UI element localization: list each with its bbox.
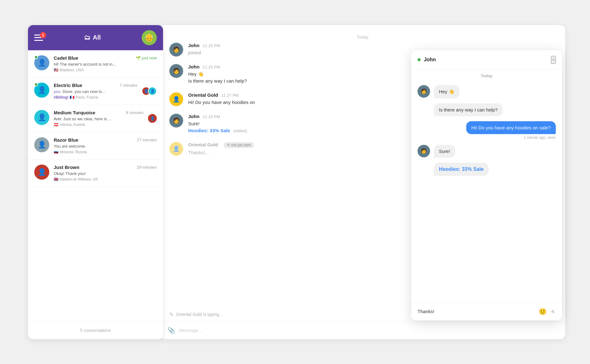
- msg-time: 11:25 PM: [203, 65, 220, 69]
- conv-meta: 🇬🇧 Newton-le-Willows, UK: [54, 177, 157, 182]
- msg-avatar-john: 🧑: [169, 43, 183, 57]
- popup-meta: 1 minute ago, seen: [524, 135, 556, 140]
- popup-header: John ×: [411, 50, 562, 70]
- edited-label: (edited): [233, 128, 247, 133]
- conv-body-cadet-blue: Cadet Blue 🌱 just now Hi! The owner's ac…: [54, 55, 157, 72]
- popup-chat-input[interactable]: [418, 309, 535, 314]
- conv-preview: Okay! Thank you!: [54, 171, 157, 176]
- conv-name: Razor Blue: [54, 137, 78, 143]
- conv-time: 8 minutes: [126, 110, 144, 115]
- chat-date-divider: Today: [160, 28, 565, 43]
- popup-bubble: Is there any way I can help?: [434, 103, 503, 116]
- popup-close-button[interactable]: ×: [551, 56, 556, 64]
- emoji-icon[interactable]: 🙂: [539, 308, 547, 315]
- conv-time: 7 minutes: [120, 83, 137, 88]
- sidebar: 1 🗂 All 👴 👤 Cadet Blue 🌱 just now: [28, 25, 163, 339]
- popup-bubble: Hey 👋: [434, 85, 460, 98]
- online-indicator: [34, 83, 38, 86]
- conv-meta: 🇷🇺 Moscow, Russia: [54, 150, 157, 154]
- popup-actions: 🙂 ➤: [539, 308, 556, 315]
- popup-bubble: Sure!: [434, 145, 455, 158]
- typing-icon: ✎: [169, 312, 173, 318]
- msg-time: 11:27 PM: [221, 93, 239, 98]
- msg-time: 11:29 PM: [203, 114, 220, 119]
- msg-sender-name: Oriental Gold: [188, 142, 218, 147]
- conv-item-razor-blue[interactable]: 👤 Razor Blue 27 minutes You are welcome.…: [28, 132, 163, 160]
- conv-avatar-just-brown: 👤: [34, 165, 49, 180]
- conv-preview: You are welcome.: [54, 144, 157, 149]
- conv-meta: 🇦🇹 Vienna, Austria: [54, 122, 144, 127]
- conv-item-just-brown[interactable]: 👤 Just Brown 29 minutes Okay! Thank you!…: [28, 160, 163, 187]
- msg-sender-name: John: [188, 64, 199, 69]
- conv-time: 27 minutes: [137, 138, 157, 142]
- not-sent-badge: ✎ not yet sent: [224, 142, 254, 148]
- popup-messages: 🧑 Hey 👋 Is there any way I can help?: [411, 82, 562, 302]
- conv-time: 29 minutes: [137, 165, 157, 170]
- msg-avatar-john: 🧑: [169, 64, 183, 78]
- conv-avatar-medium-turquoise: 👤: [34, 110, 49, 125]
- popup-msg: Is there any way I can help?: [418, 103, 556, 116]
- hoodies-link[interactable]: Hoodies: 33% Sale: [188, 128, 230, 133]
- online-indicator: [34, 55, 38, 59]
- msg-sender-name: John: [188, 114, 199, 119]
- msg-time: 11:25 PM: [203, 43, 220, 48]
- conv-preview: Hi! The owner's account is not in...: [54, 62, 157, 67]
- conv-name: Just Brown: [54, 165, 79, 170]
- conv-avatar-cadet-blue: 👤: [34, 55, 49, 70]
- conv-name: Cadet Blue: [54, 55, 78, 61]
- popup-user: John: [418, 57, 436, 62]
- popup-date-divider: Today: [411, 70, 562, 82]
- conv-body-medium-turquoise: Medium Turquoise 8 minutes Ann: Just so …: [54, 110, 144, 127]
- msg-avatar-john: 🧑: [169, 114, 183, 128]
- conv-name: Medium Turquoise: [54, 110, 95, 115]
- msg-avatar-oriental-gold: 👤: [169, 142, 183, 156]
- popup-msg: Hi! Do you have any hoodies on sale? 1 m…: [418, 121, 556, 140]
- notification-badge: 1: [40, 32, 46, 38]
- conv-name: Electric Blue: [54, 83, 82, 88]
- conv-body-electric-blue: Electric Blue 7 minutes you: Done, you c…: [54, 83, 137, 100]
- header-title: 🗂 All: [84, 34, 101, 41]
- hamburger-menu[interactable]: 1: [34, 35, 43, 41]
- popup-input-area: 🙂 ➤: [411, 302, 562, 320]
- popup-msg-avatar: 🧑: [418, 145, 430, 157]
- conversations-count: 5 conversations: [28, 321, 163, 339]
- send-icon[interactable]: ➤: [549, 307, 558, 316]
- conv-item-cadet-blue[interactable]: 👤 Cadet Blue 🌱 just now Hi! The owner's …: [28, 50, 163, 78]
- msg-sender-name: John: [188, 43, 199, 48]
- typing-text: Oriental Gold is typing...: [176, 312, 223, 317]
- conv-preview: Ann: Just so we clear, here is ...: [54, 117, 144, 121]
- app-container: 1 🗂 All 👴 👤 Cadet Blue 🌱 just now: [28, 25, 562, 339]
- sidebar-header: 1 🗂 All 👴: [28, 25, 163, 50]
- popup-msg: 🧑 Sure!: [418, 145, 556, 158]
- attach-icon[interactable]: 📎: [167, 327, 175, 334]
- conv-meta: 🇺🇸 Madison, USA: [54, 68, 157, 72]
- chat-input[interactable]: [179, 328, 558, 333]
- popup-msg: 🧑 Hey 👋: [418, 85, 556, 98]
- group-avatars: 👤 👤: [142, 87, 157, 95]
- conversation-list: 👤 Cadet Blue 🌱 just now Hi! The owner's …: [28, 50, 163, 321]
- conv-body-just-brown: Just Brown 29 minutes Okay! Thank you! 🇬…: [54, 165, 157, 182]
- popup-bubble-sent: Hi! Do you have any hoodies on sale?: [466, 121, 556, 134]
- conv-avatar-electric-blue: 👤: [34, 83, 49, 98]
- pencil-icon: ✎: [227, 143, 230, 147]
- archive-icon: 🗂: [84, 34, 90, 41]
- chat-input-area: 📎: [160, 321, 565, 339]
- popup-hoodies-link[interactable]: Hoodies: 33% Sale: [439, 166, 483, 172]
- chat-popup: John × Today 🧑 Hey 👋 Is there any way: [411, 50, 562, 320]
- conv-meta: #Billing! 🇫🇷 Paris, France: [54, 95, 137, 100]
- right-avatar: 👤: [148, 114, 157, 123]
- popup-bubble-link: Hoodies: 33% Sale: [434, 163, 489, 176]
- msg-sender-name: Oriental Gold: [188, 92, 218, 98]
- popup-user-name: John: [424, 57, 436, 62]
- conv-body-razor-blue: Razor Blue 27 minutes You are welcome. 🇷…: [54, 137, 157, 154]
- conv-avatar-razor-blue: 👤: [34, 137, 49, 152]
- conv-preview: you: Done, you can now lo...: [54, 89, 137, 94]
- conv-item-medium-turquoise[interactable]: 👤 Medium Turquoise 8 minutes Ann: Just s…: [28, 105, 163, 132]
- conv-item-electric-blue[interactable]: 👤 Electric Blue 7 minutes you: Done, you…: [28, 78, 163, 105]
- popup-msg: Hoodies: 33% Sale: [418, 163, 556, 176]
- header-avatar[interactable]: 👴: [142, 30, 157, 45]
- popup-msg-avatar: 🧑: [418, 85, 430, 98]
- conv-time: 🌱 just now: [136, 56, 157, 60]
- msg-avatar-oriental-gold: 👤: [169, 92, 183, 106]
- popup-online-dot: [418, 58, 421, 61]
